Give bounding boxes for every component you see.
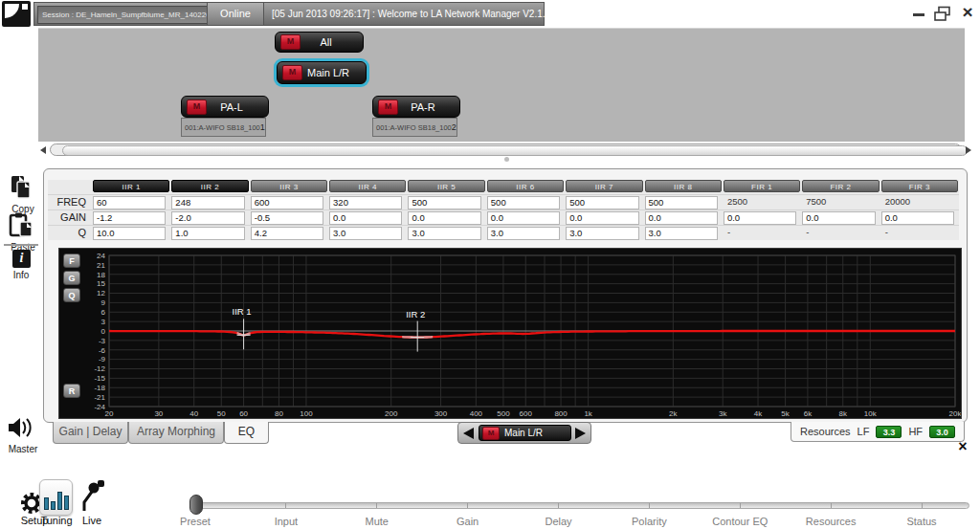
copy-button[interactable]: Copy	[2, 175, 40, 214]
mode-slider-track[interactable]	[193, 502, 969, 509]
eq-value-input[interactable]: 0.0	[881, 211, 954, 225]
selected-channel-button[interactable]: M Main L/R	[479, 425, 571, 441]
eq-value-input[interactable]: 0.0	[329, 211, 402, 225]
paste-button[interactable]: Paste	[2, 212, 40, 253]
eq-value-input[interactable]: 320	[329, 196, 402, 209]
eq-value-input[interactable]: 10.0	[93, 227, 166, 240]
app-logo-icon	[2, 1, 31, 27]
eq-value-input[interactable]: 500	[487, 196, 560, 209]
y-axis-tick-label: 21	[97, 261, 105, 270]
eq-value-input[interactable]: 248	[171, 196, 244, 209]
eq-value-input[interactable]: 500	[408, 196, 480, 209]
scroll-right-icon[interactable]	[966, 146, 971, 154]
eq-value-input[interactable]: -0.5	[251, 211, 323, 225]
mode-slider-handle[interactable]	[189, 495, 203, 515]
eq-band-header[interactable]: FIR 3	[881, 180, 958, 192]
panel-resize-handle[interactable]	[504, 157, 509, 162]
eq-band-header[interactable]: FIR 1	[724, 180, 800, 192]
slider-tick	[922, 503, 923, 508]
eq-band-header[interactable]: IIR 3	[251, 180, 327, 192]
eq-value-input[interactable]: 3.0	[329, 227, 402, 240]
slider-tick	[740, 503, 741, 508]
master-label: Master	[2, 444, 44, 454]
eq-value-input[interactable]: 500	[645, 196, 718, 209]
restore-icon[interactable]	[933, 6, 952, 22]
eq-band-header[interactable]: FIR 2	[802, 180, 879, 192]
slider-tick	[558, 503, 559, 508]
eq-cell: 600	[250, 194, 328, 209]
eq-band-header[interactable]: IIR 5	[408, 180, 484, 192]
slider-label: Resources	[806, 516, 857, 527]
next-channel-icon[interactable]	[575, 428, 586, 439]
graph-mode-q-button[interactable]: Q	[63, 288, 80, 302]
mute-button[interactable]: M	[378, 99, 398, 115]
eq-cell: 0.0	[801, 209, 880, 225]
eq-value-input[interactable]: 0.0	[802, 211, 875, 225]
eq-value-input[interactable]: 3.0	[566, 227, 638, 240]
tree-node-pa-l[interactable]: M PA-L	[181, 96, 269, 118]
tuning-mode-button[interactable]	[39, 479, 73, 516]
x-axis-tick-label: 200	[385, 409, 398, 418]
eq-value-input[interactable]: 0.0	[645, 211, 718, 225]
close-icon[interactable]: ×	[958, 2, 977, 23]
horizontal-scroll-track[interactable]	[50, 143, 962, 156]
eq-band-header[interactable]: IIR 2	[171, 180, 248, 192]
tree-node-main-lr[interactable]: M Main L/R	[277, 61, 367, 84]
scroll-left-icon[interactable]	[40, 146, 46, 154]
graph-reset-button[interactable]: R	[63, 384, 80, 398]
speaker-item-pa-r[interactable]: 001:A-WIFO SB18_100 2	[372, 118, 457, 137]
eq-cell: 3.0	[644, 225, 723, 240]
tab-gain-delay[interactable]: Gain | Delay	[53, 422, 128, 444]
info-icon[interactable]: i	[12, 250, 31, 268]
graph-mode-f-button[interactable]: F	[63, 253, 80, 268]
eq-value-input[interactable]: -2.0	[171, 211, 244, 225]
tab-array-morphing[interactable]: Array Morphing	[128, 422, 224, 444]
eq-value-input[interactable]: 3.0	[487, 227, 560, 240]
eq-table-corner	[48, 180, 92, 194]
x-axis-tick-label: 2k	[669, 409, 678, 418]
speaker-item-pa-l[interactable]: 001:A-WIFO SB18_100 1	[181, 118, 266, 137]
mute-button[interactable]: M	[482, 427, 500, 440]
eq-response-plot[interactable]: 24211815129630-3-6-9-12-15-18-21-2420304…	[59, 249, 961, 418]
live-mode-button[interactable]	[78, 480, 105, 517]
close-eq-panel-button[interactable]: ×	[954, 438, 971, 455]
eq-value-input[interactable]: 3.0	[645, 227, 718, 240]
eq-value-input[interactable]: -1.2	[93, 211, 166, 225]
mute-button[interactable]: M	[280, 34, 301, 50]
tree-node-all[interactable]: M All	[275, 32, 364, 53]
hf-label: HF	[908, 426, 923, 437]
eq-band-header[interactable]: IIR 4	[329, 180, 406, 192]
eq-band-header[interactable]: IIR 1	[93, 180, 169, 192]
eq-band-header[interactable]: IIR 8	[645, 180, 722, 192]
eq-value-input[interactable]: 0.0	[408, 211, 480, 225]
eq-value-input[interactable]: 60	[93, 196, 166, 209]
online-status-button[interactable]: Online	[207, 3, 264, 25]
mute-button[interactable]: M	[187, 99, 207, 115]
eq-value-input[interactable]: 600	[251, 196, 323, 209]
graph-mode-g-button[interactable]: G	[63, 271, 80, 285]
eq-cell: 500	[565, 194, 643, 209]
tree-node-pa-r[interactable]: M PA-R	[372, 96, 460, 118]
y-axis-tick-label: -15	[94, 374, 105, 383]
y-axis-tick-label: -18	[94, 384, 105, 392]
eq-value-input[interactable]: 0.0	[566, 211, 638, 225]
eq-value-input[interactable]: 0.0	[724, 211, 796, 225]
eq-cell: -	[801, 225, 880, 240]
eq-value-input[interactable]: 1.0	[171, 227, 244, 240]
eq-band-header[interactable]: IIR 7	[566, 180, 642, 192]
tab-eq[interactable]: EQ	[224, 422, 269, 444]
tree-horizontal-scrollbar[interactable]	[40, 143, 972, 156]
master-button[interactable]: Master	[2, 415, 40, 454]
eq-cell: -0.5	[250, 209, 328, 225]
eq-value-input[interactable]: 0.0	[487, 211, 560, 225]
previous-channel-icon[interactable]	[463, 428, 474, 439]
eq-value-input[interactable]: 4.2	[251, 227, 323, 240]
eq-graph[interactable]: 24211815129630-3-6-9-12-15-18-21-2420304…	[58, 248, 962, 419]
eq-band-header[interactable]: IIR 6	[487, 180, 564, 192]
eq-value-input[interactable]: 500	[566, 196, 638, 209]
minimize-icon[interactable]	[913, 13, 924, 16]
eq-value-input[interactable]: 3.0	[408, 227, 480, 240]
mute-button[interactable]: M	[282, 65, 302, 80]
horizontal-scroll-thumb[interactable]	[62, 145, 968, 156]
slider-label: Delay	[545, 516, 571, 527]
